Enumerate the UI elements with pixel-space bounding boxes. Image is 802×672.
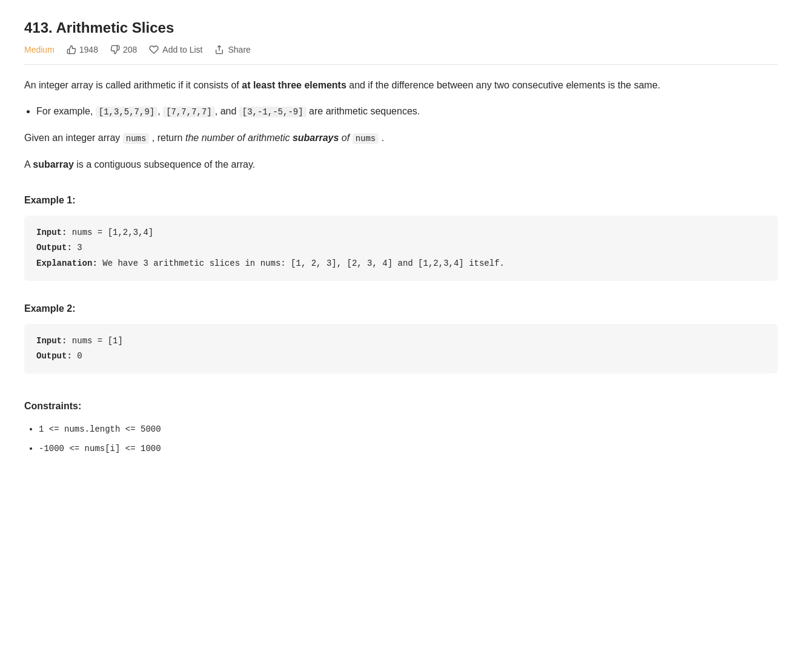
- para2-nums-code-2: nums: [353, 133, 379, 144]
- example-sep2: , and: [215, 106, 239, 116]
- content-area: An integer array is called arithmetic if…: [24, 77, 778, 456]
- example-1-explanation-value: We have 3 arithmetic slices in nums: [1,…: [102, 259, 505, 268]
- constraint-item-2: -1000 <= nums[i] <= 1000: [39, 442, 778, 456]
- downvotes-button[interactable]: 208: [110, 45, 137, 54]
- para3-end: is a contiguous subsequence of the array…: [74, 159, 255, 170]
- constraints-list: 1 <= nums.length <= 5000 -1000 <= nums[i…: [39, 423, 778, 456]
- para1-bold: at least three elements: [242, 80, 346, 90]
- example-1-output-label: Output:: [36, 243, 72, 252]
- example-list-item: For example, [1,3,5,7,9], [7,7,7,7], and…: [36, 103, 778, 120]
- example-1-input-val: nums = [1,2,3,4]: [72, 228, 153, 237]
- description-para-2: Given an integer array nums , return the…: [24, 130, 778, 147]
- description-para-1: An integer array is called arithmetic if…: [24, 77, 778, 93]
- para1-rest: and if the difference between any two co…: [346, 80, 660, 90]
- example-2-input-space: [67, 336, 71, 346]
- example-1-explanation-val: [98, 259, 102, 268]
- share-button[interactable]: Share: [214, 45, 250, 54]
- add-to-list-label: Add to List: [162, 45, 202, 54]
- example-1-code-block: Input: nums = [1,2,3,4] Output: 3 Explan…: [24, 216, 778, 281]
- page-title: 413. Arithmetic Slices: [24, 19, 778, 36]
- meta-bar: Medium 1948 208 Add to List Share: [24, 45, 778, 65]
- example-1-output-val: [72, 243, 77, 252]
- example-code-3: [3,-1,-5,-9]: [239, 107, 307, 117]
- example-1-input-value: [67, 228, 71, 237]
- share-label: Share: [228, 45, 250, 54]
- upvotes-button[interactable]: 1948: [67, 45, 98, 54]
- para3-start: A: [24, 159, 33, 170]
- para1-text: An integer array is called arithmetic if…: [24, 80, 242, 90]
- example-2-input-label: Input:: [36, 336, 67, 346]
- example-intro: For example,: [36, 106, 96, 116]
- downvotes-count: 208: [123, 45, 137, 54]
- example-2-input-value: nums = [1]: [72, 336, 123, 346]
- heart-icon: [149, 45, 159, 54]
- constraint-item-1: 1 <= nums.length <= 5000: [39, 423, 778, 437]
- thumbs-down-icon: [110, 45, 120, 54]
- example-2-output-space: [72, 351, 77, 361]
- example-code-2: [7,7,7,7]: [163, 107, 215, 117]
- example-1-output-value: 3: [77, 243, 82, 252]
- example-1-input-label: Input:: [36, 228, 67, 237]
- add-to-list-button[interactable]: Add to List: [149, 45, 202, 54]
- example-rest: are arithmetic sequences.: [307, 106, 420, 116]
- share-icon: [214, 45, 224, 54]
- example-code-1: [1,3,5,7,9]: [96, 107, 157, 117]
- example-2-output-label: Output:: [36, 351, 72, 361]
- description-para-3: A subarray is a contiguous subsequence o…: [24, 156, 778, 173]
- para2-bold-italic: subarrays: [293, 133, 339, 143]
- example-sep1: ,: [157, 106, 163, 116]
- example-1-explanation-label: Explanation:: [36, 259, 98, 268]
- thumbs-up-icon: [67, 45, 76, 54]
- upvotes-count: 1948: [79, 45, 98, 54]
- example-2-output-value: 0: [77, 351, 82, 361]
- para2-start: Given an integer array: [24, 133, 123, 143]
- para2-mid: , return: [149, 133, 185, 143]
- para2-end: .: [379, 133, 384, 143]
- example-2-code-block: Input: nums = [1] Output: 0: [24, 324, 778, 374]
- para2-italic: the number of arithmetic subarrays of: [185, 133, 353, 143]
- para3-bold: subarray: [33, 159, 74, 170]
- examples-bullet-list: For example, [1,3,5,7,9], [7,7,7,7], and…: [36, 103, 778, 120]
- difficulty-badge[interactable]: Medium: [24, 45, 55, 54]
- constraints-title: Constraints:: [24, 398, 778, 414]
- para2-nums-code: nums: [123, 133, 150, 144]
- example-1-title: Example 1:: [24, 192, 778, 208]
- example-2-title: Example 2:: [24, 300, 778, 317]
